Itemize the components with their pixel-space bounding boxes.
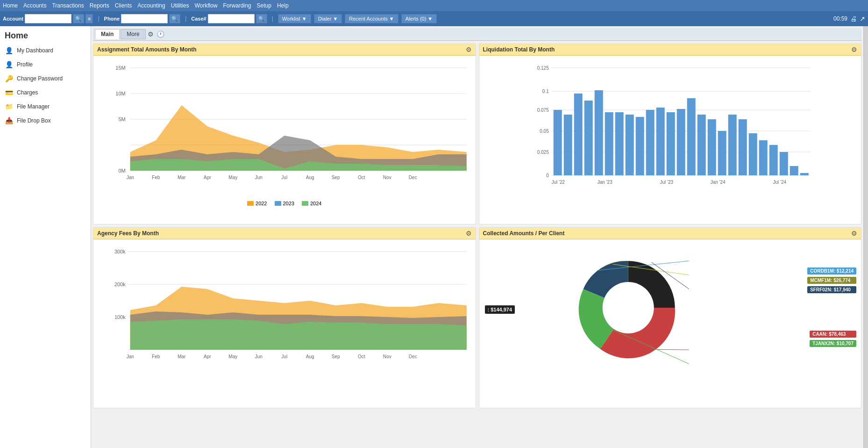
svg-text:0M: 0M [118,168,125,173]
collected-chart-title: Collected Amounts / Per Client [483,230,565,237]
svg-text:10M: 10M [115,91,125,96]
password-icon: 🔑 [5,74,13,83]
account-search-button[interactable]: 🔍 [73,14,84,23]
main-layout: Home 👤 My Dashboard 👤 Profile 🔑 Change P… [0,26,868,448]
nav-reports[interactable]: Reports [90,2,109,9]
svg-text:0.125: 0.125 [537,65,548,71]
right-scrollbar[interactable] [863,26,868,448]
dashboard-icon: 👤 [5,46,13,55]
case-input[interactable] [208,14,255,23]
collected-donut-svg [482,242,859,373]
tab-more[interactable]: More [121,29,145,39]
donut-label-dark: : $144,974 [485,305,515,314]
account-input[interactable] [25,14,71,23]
tab-history-icon[interactable]: 🕐 [156,29,165,39]
svg-rect-40 [594,90,603,175]
svg-rect-39 [584,101,592,175]
nav-setup[interactable]: Setup [257,2,271,9]
svg-rect-57 [769,145,777,175]
nav-accounts[interactable]: Accounts [23,2,46,9]
sidebar-item-file-drop-box[interactable]: 📥 File Drop Box [0,114,91,128]
agency-fees-chart-gear[interactable]: ⚙ [466,230,472,237]
sidebar-item-file-manager[interactable]: 📁 File Manager [0,100,91,114]
svg-text:100k: 100k [114,314,126,320]
assignment-chart-panel: Assignment Total Amounts By Month ⚙ 15M … [93,43,476,224]
assignment-chart-gear[interactable]: ⚙ [466,46,472,53]
nav-accounting[interactable]: Accounting [137,2,165,9]
tab-settings-icon[interactable]: ⚙ [147,29,155,39]
page-title: Home [0,28,91,43]
svg-text:Aug: Aug [306,354,314,359]
liquidation-chart-gear[interactable]: ⚙ [851,46,857,53]
phone-input[interactable] [121,14,168,23]
svg-text:Sep: Sep [332,175,340,180]
svg-rect-55 [748,133,757,175]
collected-chart-header: Collected Amounts / Per Client ⚙ [479,228,861,239]
agency-fees-chart-title: Agency Fees By Month [97,230,159,237]
svg-rect-46 [656,108,664,175]
svg-rect-58 [779,152,788,175]
legend-2022: 2022 [247,201,267,206]
svg-text:Nov: Nov [383,175,391,180]
svg-text:0.025: 0.025 [537,150,548,155]
assignment-chart-svg: 15M 10M 5M 0M Jan Feb Mar [96,58,473,199]
nav-home[interactable]: Home [3,2,18,9]
svg-rect-38 [574,94,582,175]
svg-text:May: May [228,354,237,359]
donut-label-sfrf02n: SFRF02N: $17,940 [807,286,856,293]
nav-clients[interactable]: Clients [115,2,132,9]
donut-labels-right: CORDB1M: $12,214 MCMF1M: $26,774 SFRF02N… [807,267,856,293]
svg-text:Feb: Feb [152,175,160,180]
legend-2023-box [275,201,281,206]
svg-text:Jan: Jan [127,175,134,180]
svg-text:May: May [228,175,237,180]
agency-fees-chart-body: 300k 200k 100k Jan Feb Mar Apr [93,239,476,408]
svg-text:Apr: Apr [204,354,211,359]
svg-rect-43 [625,115,633,175]
sidebar-item-dashboard[interactable]: 👤 My Dashboard [0,43,91,58]
collected-chart-gear[interactable]: ⚙ [851,230,857,237]
sidebar-item-charges[interactable]: 💳 Charges [0,86,91,100]
sidebar-item-profile[interactable]: 👤 Profile [0,58,91,72]
donut-labels-bottom: CAAN: $78,463 TJANX2N: $10,707 [810,331,856,347]
sidebar: Home 👤 My Dashboard 👤 Profile 🔑 Change P… [0,26,91,448]
phone-label: Phone [104,16,120,22]
sidebar-label-dashboard: My Dashboard [17,47,53,54]
dialer-dropdown[interactable]: Dialer ▼ [314,14,342,23]
liquidation-chart-panel: Liquidation Total By Month ⚙ 0.125 [479,43,862,224]
svg-text:Dec: Dec [409,354,417,359]
svg-text:Sep: Sep [332,354,340,359]
nav-help[interactable]: Help [277,2,289,9]
collected-chart-body: : $144,974 CORDB1M: $12,214 MCMF1M: $26,… [479,239,861,380]
nav-forwarding[interactable]: Forwarding [223,2,251,9]
svg-text:Jun: Jun [255,354,263,359]
svg-text:Dec: Dec [409,175,417,180]
separator1: | [98,15,99,22]
print-button[interactable]: 🖨 [850,15,857,22]
svg-text:Mar: Mar [178,175,186,180]
case-search-button[interactable]: 🔍 [256,14,267,23]
phone-search-button[interactable]: 🔍 [169,14,180,23]
sidebar-label-change-password: Change Password [17,75,63,82]
alerts-dropdown[interactable]: Alerts (0) ▼ [401,14,437,23]
liquidation-chart-title: Liquidation Total By Month [483,46,555,53]
sidebar-item-change-password[interactable]: 🔑 Change Password [0,72,91,86]
content-area: Main More ⚙ 🕐 Assignment Total Amounts B… [91,26,863,448]
svg-rect-48 [676,109,685,175]
popout-button[interactable]: ↗ [860,15,865,22]
worklist-dropdown[interactable]: Worklist ▼ [278,14,311,23]
legend-2023-label: 2023 [283,201,294,206]
account-list-button[interactable]: ≡ [85,14,93,23]
recent-accounts-dropdown[interactable]: Recent Accounts ▼ [345,14,398,23]
svg-text:15M: 15M [115,65,125,71]
nav-transactions[interactable]: Transactions [52,2,84,9]
search-bar: Account 🔍 ≡ | Phone 🔍 | Case# 🔍 | Workli… [0,11,868,26]
legend-2024: 2024 [302,201,321,206]
nav-workflow[interactable]: Workflow [194,2,217,9]
tab-main[interactable]: Main [95,29,120,39]
donut-label-caan: CAAN: $78,463 [810,331,856,338]
svg-text:5M: 5M [118,116,125,122]
svg-text:Jul: Jul [281,354,287,359]
svg-text:Jul: Jul [281,175,287,180]
nav-utilities[interactable]: Utilities [171,2,189,9]
